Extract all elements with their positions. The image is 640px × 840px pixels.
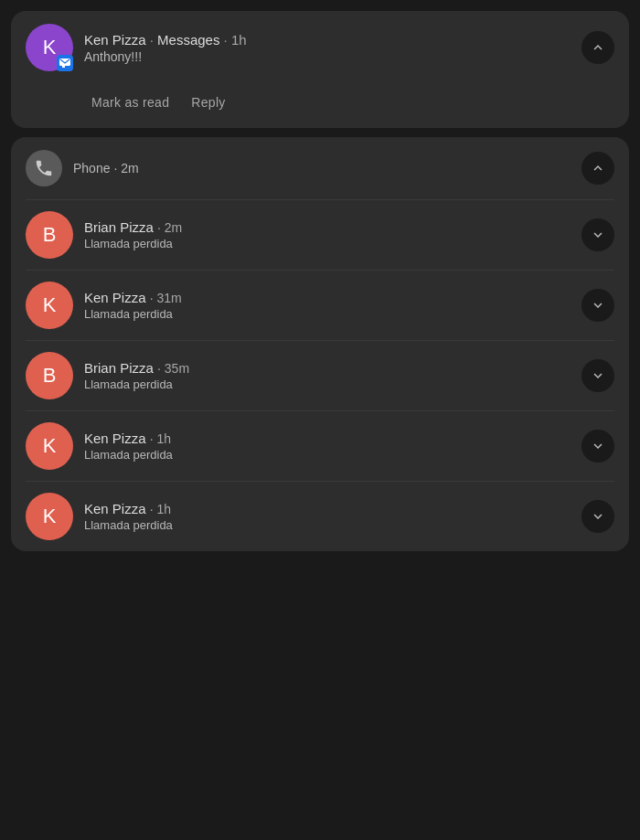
message-badge bbox=[57, 55, 73, 71]
call-name-1: Ken Pizza · 31m bbox=[84, 290, 571, 305]
phone-source-time: 2m bbox=[121, 161, 138, 175]
message-content: Ken Pizza · Messages · 1h Anthony!!! bbox=[84, 32, 571, 64]
call-content-4: Ken Pizza · 1h Llamada perdida bbox=[84, 501, 571, 532]
message-body: Anthony!!! bbox=[84, 49, 571, 64]
chevron-up-icon bbox=[590, 39, 606, 56]
call-name-2: Brian Pizza · 35m bbox=[84, 360, 571, 376]
phone-source: Phone · 2m bbox=[73, 161, 571, 175]
call-avatar-initial-2: B bbox=[43, 364, 57, 388]
call-status-1: Llamada perdida bbox=[84, 307, 571, 321]
chevron-down-icon bbox=[590, 438, 606, 454]
call-expand-button-1[interactable] bbox=[581, 289, 614, 322]
call-name-3: Ken Pizza · 1h bbox=[84, 431, 571, 446]
phone-collapse-button[interactable] bbox=[581, 152, 614, 185]
call-name-4: Ken Pizza · 1h bbox=[84, 501, 571, 516]
call-avatar-initial-4: K bbox=[43, 505, 57, 528]
call-avatar-3: K bbox=[26, 422, 73, 470]
call-item-3: K Ken Pizza · 1h Llamada perdida bbox=[11, 411, 629, 481]
chevron-down-icon bbox=[590, 508, 606, 525]
phone-notification-header: Phone · 2m bbox=[11, 137, 629, 199]
chevron-down-icon bbox=[590, 297, 606, 314]
call-item-4: K Ken Pizza · 1h Llamada perdida bbox=[11, 482, 629, 551]
message-collapse-button[interactable] bbox=[581, 31, 614, 64]
call-avatar-initial-1: K bbox=[43, 293, 57, 317]
chevron-down-icon bbox=[590, 227, 606, 243]
call-status-2: Llamada perdida bbox=[84, 377, 571, 391]
message-notification-header: K Ken Pizza · Messages · 1h Anthony!!! bbox=[11, 11, 629, 84]
call-avatar-4: K bbox=[26, 493, 73, 540]
chevron-down-icon bbox=[590, 367, 606, 384]
avatar: K bbox=[26, 24, 73, 71]
reply-button[interactable]: Reply bbox=[184, 90, 232, 115]
call-item-2: B Brian Pizza · 35m Llamada perdida bbox=[11, 341, 629, 410]
call-avatar-initial-3: K bbox=[43, 434, 57, 458]
avatar-initial: K bbox=[43, 36, 57, 59]
call-expand-button-4[interactable] bbox=[581, 500, 614, 533]
call-avatar-1: K bbox=[26, 282, 73, 329]
phone-source-label: Phone bbox=[73, 161, 110, 175]
call-content-0: Brian Pizza · 2m Llamada perdida bbox=[84, 219, 571, 250]
call-item-0: B Brian Pizza · 2m Llamada perdida bbox=[11, 200, 629, 270]
call-expand-button-2[interactable] bbox=[581, 359, 614, 392]
message-title: Ken Pizza · Messages · 1h bbox=[84, 32, 571, 48]
call-content-2: Brian Pizza · 35m Llamada perdida bbox=[84, 360, 571, 391]
mark-as-read-button[interactable]: Mark as read bbox=[84, 90, 176, 115]
message-source: Messages bbox=[157, 32, 219, 48]
message-notification-card: K Ken Pizza · Messages · 1h Anthony!!! bbox=[11, 11, 629, 128]
phone-notification-card: Phone · 2m B Brian Pizza · 2m Llamada pe… bbox=[11, 137, 629, 551]
call-content-3: Ken Pizza · 1h Llamada perdida bbox=[84, 431, 571, 462]
call-status-0: Llamada perdida bbox=[84, 237, 571, 250]
call-name-0: Brian Pizza · 2m bbox=[84, 219, 571, 235]
phone-icon bbox=[34, 158, 54, 178]
svg-rect-1 bbox=[62, 65, 65, 68]
call-expand-button-0[interactable] bbox=[581, 218, 614, 251]
call-avatar-0: B bbox=[26, 211, 73, 259]
sender-name: Ken Pizza bbox=[84, 32, 146, 48]
call-item-1: K Ken Pizza · 31m Llamada perdida bbox=[11, 271, 629, 340]
call-avatar-initial-0: B bbox=[43, 223, 57, 247]
message-action-buttons: Mark as read Reply bbox=[11, 84, 629, 128]
call-expand-button-3[interactable] bbox=[581, 430, 614, 463]
call-avatar-2: B bbox=[26, 352, 73, 399]
phone-icon-container bbox=[26, 150, 62, 186]
call-status-4: Llamada perdida bbox=[84, 518, 571, 532]
chevron-up-icon bbox=[590, 160, 606, 176]
message-time: 1h bbox=[231, 32, 247, 48]
call-status-3: Llamada perdida bbox=[84, 448, 571, 462]
call-content-1: Ken Pizza · 31m Llamada perdida bbox=[84, 290, 571, 321]
